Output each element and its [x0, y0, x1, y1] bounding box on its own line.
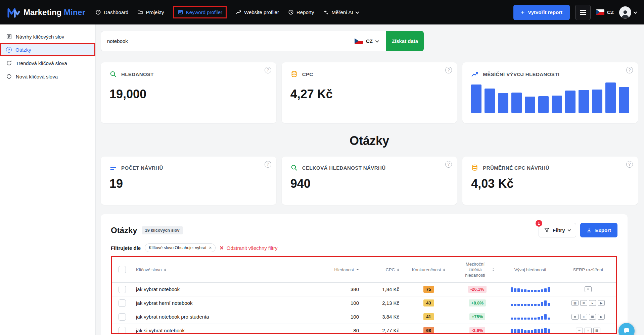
- column-header-konkurencnost[interactable]: Konkurenčnost: [412, 267, 446, 272]
- keyword-cell[interactable]: jak vybrat notebook pro studenta: [133, 310, 324, 324]
- user-icon: [620, 8, 630, 18]
- column-header-cpc[interactable]: CPC: [386, 267, 399, 272]
- table-row: jak vybrat notebook pro studenta 100 3,8…: [112, 310, 616, 324]
- keyword-search-input[interactable]: [101, 31, 347, 51]
- nav-keyword-profiler[interactable]: Keyword profiler: [173, 6, 227, 18]
- clear-all-filters[interactable]: × Odstranit všechny filtry: [220, 244, 277, 251]
- close-icon: ×: [220, 244, 224, 251]
- sidebar-item-navrhy-klicovych-slov[interactable]: Návrhy klíčových slov: [0, 30, 95, 43]
- filters-button[interactable]: 1 Filtry: [539, 223, 577, 237]
- cpc-cell: 3,84 Kč: [362, 310, 403, 324]
- chart-bar: [544, 328, 547, 333]
- sidebar-item-otazky[interactable]: ? Otázky: [0, 43, 95, 56]
- help-icon[interactable]: ?: [626, 161, 633, 168]
- serp-features: ≡: [564, 286, 612, 292]
- chart-bar: [534, 318, 537, 319]
- keyword-cell[interactable]: jak si vybrat notebook: [133, 324, 324, 334]
- select-all-checkbox[interactable]: [119, 266, 126, 273]
- nav-reports[interactable]: Reporty: [288, 9, 314, 15]
- keyword-cell[interactable]: jak vybrat herní notebook: [133, 296, 324, 310]
- column-header-mezirocni-zmena[interactable]: Meziroční změna hledanosti: [460, 262, 494, 278]
- export-button[interactable]: Export: [580, 223, 617, 237]
- search-icon: [109, 70, 117, 78]
- chart-bar: [534, 290, 537, 292]
- nav-website-profiler[interactable]: Website profiler: [236, 9, 279, 15]
- help-icon[interactable]: ?: [445, 67, 452, 73]
- card-label: PRŮMĚRNÉ CPC NÁVRHŮ: [483, 165, 549, 171]
- card-monthly-trend: ? MĚSÍČNÍ VÝVOJ HLEDANOSTI: [462, 62, 638, 123]
- row-checkbox[interactable]: [119, 286, 126, 293]
- chart-bar: [517, 288, 520, 292]
- chart-bar: [619, 87, 629, 113]
- marketing-miner-logo[interactable]: Marketing Miner: [7, 7, 85, 18]
- featured-snippet-icon: ≡: [585, 286, 592, 292]
- help-icon[interactable]: ?: [265, 67, 271, 73]
- country-select[interactable]: CZ: [347, 31, 386, 51]
- filters-count-badge: 1: [536, 220, 542, 227]
- trend-sparkline: [511, 287, 550, 292]
- keyword-suggestions-icon: [6, 34, 12, 40]
- filtering-label: Filtrujete dle: [111, 245, 141, 251]
- metrics-row-bottom: ? POČET NÁVRHŮ 19 ? CELKOVÁ HLEDANOST NÁ…: [101, 157, 638, 205]
- search-volume-cell: 380: [324, 282, 362, 296]
- cpc-cell: 2,13 Kč: [362, 296, 403, 310]
- brand-name: Marketing Miner: [24, 8, 85, 17]
- brand-m-icon: [7, 7, 20, 18]
- metrics-row-top: ? HLEDANOST 19,000 ? CPC 4,27 Kč ?: [101, 62, 638, 123]
- help-icon[interactable]: ?: [265, 161, 271, 168]
- help-icon[interactable]: ?: [445, 161, 452, 168]
- sparkles-icon: [323, 9, 329, 15]
- account-menu[interactable]: [619, 6, 637, 18]
- card-label: CELKOVÁ HLEDANOST NÁVRHŮ: [302, 165, 386, 171]
- menu-button[interactable]: [575, 5, 591, 20]
- chart-bar: [521, 289, 523, 292]
- sidebar-item-trendova-klicova-slova[interactable]: Trendová klíčová slova: [0, 56, 95, 70]
- chart-bar: [531, 318, 533, 319]
- row-checkbox[interactable]: [119, 299, 126, 307]
- chart-bar: [538, 304, 540, 305]
- chart-bar: [511, 287, 513, 292]
- help-icon[interactable]: ?: [626, 67, 633, 73]
- play-icon: ▶: [598, 300, 605, 306]
- avatar: [619, 6, 631, 18]
- chart-bar: [524, 330, 526, 333]
- column-header-keyword[interactable]: Klíčové slovo: [136, 267, 166, 272]
- chart-bar: [541, 329, 543, 333]
- card-label: POČET NÁVRHŮ: [121, 165, 163, 171]
- card-prumerne-cpc: ? PRŮMĚRNÉ CPC NÁVRHŮ 4,03 Kč: [462, 157, 638, 205]
- cpc-cell: 2,77 Kč: [362, 324, 403, 334]
- trend-sparkline: [511, 314, 550, 320]
- keyword-search-bar: CZ Získat data: [101, 31, 424, 51]
- close-icon[interactable]: ×: [209, 245, 212, 250]
- trend-sparkline: [511, 300, 550, 306]
- filter-chip[interactable]: Klíčové slovo Obsahuje: vybrat ×: [145, 243, 216, 252]
- nav-mereni-ai[interactable]: Měření AI: [323, 9, 358, 15]
- language-selector[interactable]: CZ: [596, 9, 614, 15]
- row-checkbox[interactable]: [119, 313, 126, 321]
- column-header-hledanost[interactable]: Hledanost: [334, 267, 359, 272]
- chart-bar: [517, 329, 520, 333]
- chart-bar: [514, 329, 516, 333]
- cart-icon: ⌗: [580, 314, 587, 320]
- chart-bar: [534, 329, 537, 333]
- chevron-down-icon: [633, 10, 637, 13]
- chat-icon: [623, 327, 631, 335]
- nav-dashboard[interactable]: Dashboard: [95, 9, 128, 15]
- get-data-button[interactable]: Získat data: [386, 31, 424, 51]
- chart-bar: [544, 300, 547, 306]
- competition-badge: 41: [423, 313, 434, 320]
- row-checkbox[interactable]: [119, 327, 126, 334]
- card-hledanost: ? HLEDANOST 19,000: [101, 62, 276, 123]
- chart-bar: [538, 96, 549, 113]
- nav-projects[interactable]: Projekty: [137, 9, 164, 15]
- chart-bar: [548, 329, 550, 333]
- navbar-right: + Vytvořit report CZ: [513, 5, 637, 20]
- plus-icon: +: [521, 9, 524, 16]
- create-report-button[interactable]: + Vytvořit report: [513, 5, 570, 20]
- keyword-cell[interactable]: jak vybrat notebook: [133, 282, 324, 296]
- yoy-change-badge: -26.1%: [468, 286, 487, 293]
- top-navbar: Marketing Miner Dashboard Projekty Keywo…: [0, 0, 644, 24]
- sidebar-item-nova-klicova-slova[interactable]: Nová klíčová slova: [0, 70, 95, 83]
- column-header-serp-rozsireni: SERP rozšíření: [573, 267, 603, 272]
- chart-bar: [524, 304, 526, 305]
